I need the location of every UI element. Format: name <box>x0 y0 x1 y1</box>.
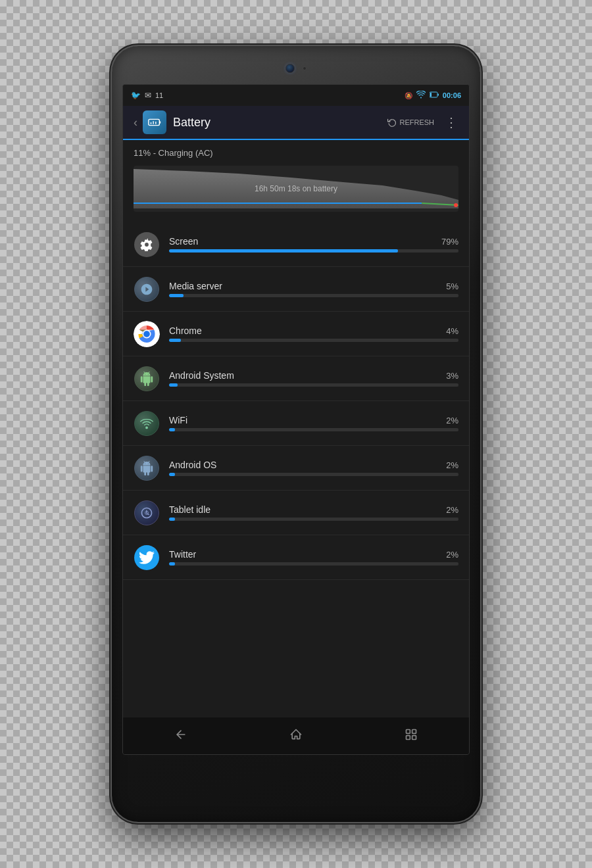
chrome-icon <box>134 321 160 347</box>
android-system-name: Android System <box>169 370 234 381</box>
svg-rect-4 <box>159 121 160 124</box>
notification-count: 11 <box>155 91 163 99</box>
tablet-screen: 🐦 ✉ 11 🔕 <box>122 84 470 755</box>
refresh-button[interactable]: REFRESH <box>382 114 439 131</box>
screen-icon <box>134 231 160 258</box>
toolbar: ‹ Battery REFRESH ⋮ <box>123 106 469 140</box>
svg-rect-2 <box>430 93 432 97</box>
wifi-name: WiFi <box>169 415 187 425</box>
battery-status-icon <box>430 91 439 99</box>
camera-area <box>122 59 470 78</box>
back-button[interactable]: ‹ <box>128 110 143 135</box>
mail-status-icon: ✉ <box>145 91 151 100</box>
wifi-bar-bg <box>169 428 458 431</box>
list-item[interactable]: Android System 3% <box>123 356 469 401</box>
screen-bar-bg <box>169 249 458 253</box>
android-system-bar-bg <box>169 383 458 387</box>
status-right: 🔕 00:06 <box>405 91 461 101</box>
media-server-icon <box>134 276 160 302</box>
more-options-button[interactable]: ⋮ <box>439 109 464 135</box>
list-item[interactable]: Android OS 2% <box>123 446 469 491</box>
tablet-idle-bar-fill <box>169 518 175 521</box>
twitter-app-icon <box>134 544 160 571</box>
back-nav-button[interactable] <box>161 720 201 752</box>
battery-content: 11% - Charging (AC) <box>123 140 469 717</box>
screen-name: Screen <box>169 236 198 247</box>
list-item[interactable]: Tablet idle 2% <box>123 491 469 535</box>
media-server-name: Media server <box>169 281 222 291</box>
chrome-name: Chrome <box>169 326 202 336</box>
list-item[interactable]: WiFi 2% <box>123 401 469 446</box>
chrome-bar-bg <box>169 339 458 342</box>
wifi-percent: 2% <box>446 416 458 425</box>
chrome-percent: 4% <box>446 326 458 336</box>
android-system-icon <box>134 366 160 392</box>
android-os-bar-bg <box>169 473 458 476</box>
media-server-info: Media server 5% <box>169 281 458 297</box>
wifi-status-icon <box>416 91 426 101</box>
tablet-idle-bar-bg <box>169 518 458 521</box>
wifi-app-icon <box>134 410 160 437</box>
recents-nav-button[interactable] <box>391 720 431 752</box>
status-left: 🐦 ✉ 11 <box>131 91 163 100</box>
list-item[interactable]: Twitter 2% <box>123 535 469 580</box>
home-nav-button[interactable] <box>276 720 316 752</box>
charging-status: 11% - Charging (AC) <box>123 140 469 163</box>
svg-rect-18 <box>412 729 416 733</box>
tablet-idle-name: Tablet idle <box>169 504 210 515</box>
navigation-bar <box>123 717 469 754</box>
twitter-status-icon: 🐦 <box>131 91 141 100</box>
status-bar: 🐦 ✉ 11 🔕 <box>123 85 469 106</box>
tablet-idle-percent: 2% <box>446 505 458 515</box>
tablet-idle-info: Tablet idle 2% <box>169 504 458 521</box>
battery-duration-label: 16h 50m 18s on battery <box>255 184 337 193</box>
screen-bar-fill <box>169 249 398 253</box>
svg-rect-1 <box>437 94 439 96</box>
svg-rect-20 <box>412 735 416 739</box>
refresh-label: REFRESH <box>399 118 434 126</box>
chrome-bar-fill <box>169 339 181 342</box>
wifi-bar-fill <box>169 428 175 431</box>
twitter-bar-fill <box>169 562 175 566</box>
screen-percent: 79% <box>441 237 458 247</box>
screen-info: Screen 79% <box>169 236 458 253</box>
tablet-idle-icon <box>134 500 160 526</box>
twitter-bar-bg <box>169 562 458 566</box>
svg-rect-19 <box>407 735 410 739</box>
android-os-percent: 2% <box>446 460 458 470</box>
battery-graph: 16h 50m 18s on battery <box>134 166 458 212</box>
svg-point-11 <box>454 203 458 207</box>
android-os-info: Android OS 2% <box>169 460 458 476</box>
svg-rect-3 <box>149 119 160 125</box>
media-server-bar-bg <box>169 294 458 297</box>
tablet-device: 🐦 ✉ 11 🔕 <box>112 46 480 822</box>
wifi-info: WiFi 2% <box>169 415 458 431</box>
list-item[interactable]: Media server 5% <box>123 267 469 312</box>
media-server-percent: 5% <box>446 281 458 291</box>
android-os-bar-fill <box>169 473 175 476</box>
battery-app-icon <box>143 110 166 134</box>
twitter-percent: 2% <box>446 550 458 560</box>
twitter-name: Twitter <box>169 549 196 560</box>
list-item[interactable]: Screen 79% <box>123 222 469 267</box>
media-server-bar-fill <box>169 294 184 297</box>
android-system-bar-fill <box>169 383 178 387</box>
twitter-info: Twitter 2% <box>169 549 458 566</box>
android-system-percent: 3% <box>446 371 458 381</box>
svg-rect-17 <box>407 729 410 733</box>
svg-point-15 <box>144 331 149 337</box>
app-battery-list: Screen 79% <box>123 220 469 583</box>
android-os-icon <box>134 455 160 481</box>
camera-dot <box>303 66 307 70</box>
list-item[interactable]: Chrome 4% <box>123 312 469 356</box>
mute-icon: 🔕 <box>405 92 412 99</box>
android-system-info: Android System 3% <box>169 370 458 387</box>
toolbar-title: Battery <box>173 116 382 130</box>
android-os-name: Android OS <box>169 460 216 470</box>
status-time: 00:06 <box>443 91 461 99</box>
camera-lens <box>285 64 295 73</box>
chrome-info: Chrome 4% <box>169 326 458 342</box>
